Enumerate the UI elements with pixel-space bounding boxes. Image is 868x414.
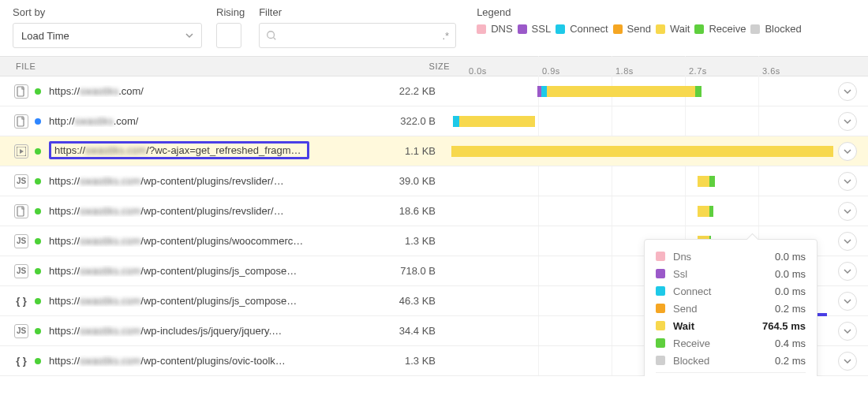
legend-swatch-receive (694, 24, 704, 34)
legend-label: Legend (477, 6, 802, 18)
timing-segment (453, 116, 458, 127)
expand-button[interactable] (838, 232, 857, 251)
request-url: https://swastiks.com/wp-content/plugins/… (49, 265, 317, 277)
timing-bar[interactable] (451, 114, 833, 129)
tooltip-row-send: Send0.2 ms (656, 300, 806, 317)
status-dot (35, 328, 41, 334)
chevron-down-icon (185, 32, 193, 39)
filetype-js-icon: JS (14, 324, 28, 338)
request-url: https://swastiks.com/ (49, 85, 317, 97)
tooltip-label: Wait (673, 320, 743, 332)
request-size: 46.3 KB (317, 295, 451, 307)
request-url: https://swastiks.com/wp-includes/js/jque… (49, 325, 317, 337)
timing-segment (459, 116, 536, 127)
tooltip-swatch (656, 321, 665, 330)
timing-bar[interactable] (451, 84, 833, 99)
expand-button[interactable] (838, 142, 857, 161)
timing-bar[interactable] (451, 204, 833, 218)
request-url: http://swastiks.com/ (49, 115, 317, 127)
expand-button[interactable] (838, 352, 857, 371)
filetype-doc-icon (14, 204, 28, 218)
tooltip-swatch (656, 338, 665, 348)
tooltip-row-receive: Receive0.4 ms (656, 334, 806, 352)
header-size: SIZE (331, 62, 466, 71)
request-size: 1.1 KB (317, 145, 451, 157)
request-size: 39.0 KB (317, 175, 451, 187)
header-row: FILE SIZE 0.0s0.9s1.8s2.7s3.6s (0, 56, 868, 76)
tooltip-label: Ssl (673, 268, 743, 280)
table-row[interactable]: https://swastiks.com/22.2 KB (0, 76, 868, 106)
tooltip-row-wait: Wait764.5 ms (656, 317, 806, 334)
timing-segment (541, 86, 547, 97)
expand-button[interactable] (838, 322, 857, 341)
expand-button[interactable] (838, 172, 857, 191)
expand-button[interactable] (838, 292, 857, 311)
request-size: 34.4 KB (317, 325, 451, 337)
timing-segment (547, 86, 695, 97)
legend-label-receive: Receive (709, 23, 746, 35)
expand-button[interactable] (838, 262, 857, 281)
tooltip-label: Dns (673, 251, 743, 263)
legend-label-blocked: Blocked (765, 23, 801, 35)
tooltip-value: 0.2 ms (750, 303, 806, 315)
regex-toggle[interactable]: .* (442, 30, 449, 42)
legend-swatch-dns (477, 24, 486, 34)
tooltip-row-blocked: Blocked0.2 ms (656, 352, 806, 369)
tooltip-row-dns: Dns0.0 ms (656, 248, 806, 265)
filter-input[interactable] (282, 30, 437, 42)
header-file: FILE (0, 62, 331, 71)
timing-segment (709, 206, 713, 217)
tooltip-label: Receive (673, 338, 743, 349)
request-size: 718.0 B (317, 265, 451, 277)
status-dot (35, 298, 41, 304)
rising-label: Rising (216, 6, 245, 18)
status-dot (35, 208, 41, 214)
top-controls: Sort by Load Time Rising Filter .* Legen… (0, 0, 868, 56)
status-dot (35, 268, 41, 274)
filetype-doc-icon (14, 84, 28, 99)
sort-select[interactable]: Load Time (13, 23, 202, 48)
tooltip-swatch (656, 304, 665, 313)
request-size: 22.2 KB (317, 85, 451, 97)
tooltip-value: 0.2 ms (750, 355, 806, 367)
sort-value: Load Time (21, 30, 69, 42)
svg-rect-1 (17, 87, 24, 96)
table-row[interactable]: http://swastiks.com/322.0 B (0, 106, 868, 136)
tooltip-value: 0.0 ms (750, 251, 806, 263)
expand-button[interactable] (838, 82, 857, 101)
search-icon (266, 30, 277, 41)
table-row[interactable]: https://swastiks.com/?wc-ajax=get_refres… (0, 136, 868, 166)
legend-swatch-blocked (750, 24, 760, 34)
legend-swatch-ssl (518, 24, 527, 34)
expand-button[interactable] (838, 202, 857, 221)
request-url: https://swastiks.com/wp-content/plugins/… (49, 235, 317, 247)
filter-label: Filter (259, 6, 456, 18)
filter-box[interactable]: .* (259, 23, 456, 48)
status-dot (35, 178, 41, 185)
table-row[interactable]: https://swastiks.com/wp-content/plugins/… (0, 196, 868, 226)
waterfall-container: FILE SIZE 0.0s0.9s1.8s2.7s3.6s https://s… (0, 56, 868, 376)
request-url: https://swastiks.com/?wc-ajax=get_refres… (49, 141, 317, 162)
tooltip-swatch (656, 286, 665, 296)
sort-label: Sort by (13, 6, 202, 18)
filetype-play-icon (14, 144, 28, 159)
timing-tooltip: Dns0.0 msSsl0.0 msConnect0.0 msSend0.2 m… (644, 239, 817, 376)
request-url: https://swastiks.com/wp-content/plugins/… (49, 295, 317, 307)
filetype-js-icon: JS (14, 234, 28, 248)
tooltip-swatch (656, 252, 665, 261)
legend-label-wait: Wait (670, 23, 690, 35)
rising-checkbox[interactable] (216, 23, 241, 48)
timing-bar[interactable] (451, 144, 833, 159)
tooltip-value: 0.4 ms (750, 338, 806, 349)
svg-rect-4 (17, 207, 24, 216)
timing-segment (698, 176, 709, 187)
tooltip-label: Send (673, 303, 743, 315)
tooltip-value: 0.0 ms (750, 268, 806, 280)
timing-segment (695, 86, 702, 97)
timing-bar[interactable] (451, 174, 833, 188)
expand-button[interactable] (838, 112, 857, 131)
filetype-js-icon: JS (14, 264, 28, 278)
legend: Legend DNSSSLConnectSendWaitReceiveBlock… (477, 6, 802, 48)
table-row[interactable]: JShttps://swastiks.com/wp-content/plugin… (0, 166, 868, 196)
filetype-js-icon: JS (14, 174, 28, 188)
